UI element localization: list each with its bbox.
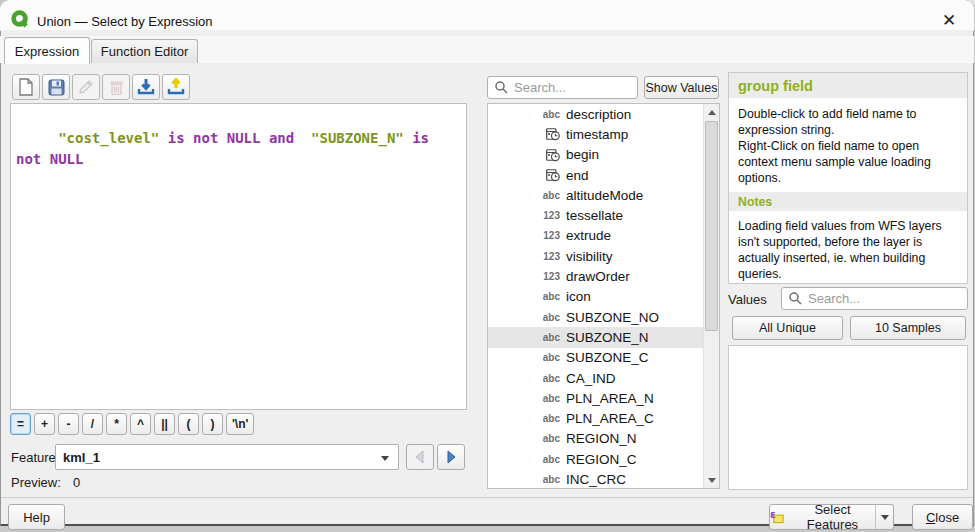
- expression-editor[interactable]: "cost_level" is not NULL and "SUBZONE_N"…: [10, 103, 467, 410]
- select-features-button[interactable]: ε Select Features: [769, 504, 876, 530]
- operator-button[interactable]: *: [106, 413, 127, 435]
- field-item-SUBZONE_C[interactable]: abcSUBZONE_C: [488, 348, 719, 368]
- next-feature-button[interactable]: [437, 444, 465, 470]
- feature-label: Feature: [11, 450, 56, 465]
- operator-button[interactable]: ||: [154, 413, 175, 435]
- search-icon: [788, 291, 803, 306]
- expression-token: "SUBZONE_N": [311, 130, 404, 146]
- field-label: end: [566, 168, 589, 183]
- field-item-SUBZONE_N[interactable]: abcSUBZONE_N: [488, 327, 719, 347]
- feature-combobox[interactable]: kml_1: [55, 444, 399, 470]
- expression-text: "cost_level" is not NULL and "SUBZONE_N"…: [16, 130, 429, 167]
- field-item-begin[interactable]: begin: [488, 145, 719, 165]
- field-item-REGION_N[interactable]: abcREGION_N: [488, 429, 719, 449]
- operator-button[interactable]: /: [82, 413, 103, 435]
- field-help-panel: group field Double-click to add field na…: [728, 72, 968, 284]
- field-label: tessellate: [566, 208, 623, 223]
- chevron-down-icon: [881, 515, 889, 520]
- expression-token: "cost_level": [50, 130, 160, 146]
- datetime-field-icon: [540, 127, 566, 141]
- field-search-input[interactable]: [514, 78, 634, 97]
- field-label: REGION_N: [566, 431, 637, 446]
- field-item-visibility[interactable]: 123visibility: [488, 246, 719, 266]
- fields-scrollbar[interactable]: [703, 104, 719, 488]
- field-item-PLN_AREA_C[interactable]: abcPLN_AREA_C: [488, 408, 719, 428]
- values-list[interactable]: [728, 345, 968, 490]
- select-features-label: Select Features: [790, 502, 875, 532]
- number-field-icon: 123: [540, 210, 566, 221]
- field-label: REGION_C: [566, 452, 637, 467]
- datetime-field-icon: [540, 168, 566, 182]
- field-label: description: [566, 107, 631, 122]
- help-body-line1: Double-click to add field name to expres…: [738, 106, 958, 138]
- field-item-end[interactable]: end: [488, 165, 719, 185]
- datetime-field-icon: [540, 148, 566, 162]
- field-item-extrude[interactable]: 123extrude: [488, 226, 719, 246]
- field-label: timestamp: [566, 127, 628, 142]
- preview-value: 0: [73, 475, 80, 490]
- tab-function-editor[interactable]: Function Editor: [91, 39, 198, 63]
- scrollbar-thumb[interactable]: [705, 121, 718, 331]
- close-button-label: Close: [913, 510, 972, 525]
- show-values-button[interactable]: Show Values: [644, 76, 719, 99]
- field-item-PLN_AREA_N[interactable]: abcPLN_AREA_N: [488, 388, 719, 408]
- operator-button[interactable]: ^: [130, 413, 151, 435]
- field-item-REGION_C[interactable]: abcREGION_C: [488, 449, 719, 469]
- save-floppy-icon: [48, 79, 65, 96]
- import-expressions-button[interactable]: [132, 74, 160, 100]
- field-item-altitudeMode[interactable]: abcaltitudeMode: [488, 185, 719, 205]
- help-body: Double-click to add field name to expres…: [729, 98, 967, 192]
- operator-button[interactable]: ): [202, 413, 223, 435]
- notes-heading: Notes: [729, 192, 967, 211]
- expression-token: [159, 130, 167, 146]
- field-item-CA_IND[interactable]: abcCA_IND: [488, 368, 719, 388]
- field-item-timestamp[interactable]: timestamp: [488, 124, 719, 144]
- values-label: Values: [728, 292, 767, 307]
- trash-icon: [109, 79, 124, 96]
- search-icon: [494, 80, 509, 95]
- all-unique-button[interactable]: All Unique: [732, 316, 843, 340]
- field-item-tessellate[interactable]: 123tessellate: [488, 205, 719, 225]
- field-label: INC_CRC: [566, 472, 626, 487]
- export-expressions-button[interactable]: [162, 74, 190, 100]
- scroll-down-icon[interactable]: [704, 472, 719, 488]
- notes-body: Loading field values from WFS layers isn…: [729, 211, 967, 284]
- operator-button[interactable]: -: [58, 413, 79, 435]
- field-label: SUBZONE_NO: [566, 310, 659, 325]
- operator-buttons: =+-/*^||()'\n': [10, 413, 254, 436]
- feature-combobox-value: kml_1: [63, 450, 100, 465]
- field-item-icon[interactable]: abcicon: [488, 287, 719, 307]
- text-field-icon: abc: [540, 373, 566, 384]
- field-item-SUBZONE_NO[interactable]: abcSUBZONE_NO: [488, 307, 719, 327]
- arrow-right-icon: [443, 449, 459, 465]
- field-item-drawOrder[interactable]: 123drawOrder: [488, 266, 719, 286]
- scroll-up-icon[interactable]: [704, 104, 719, 120]
- new-expression-button[interactable]: [12, 74, 40, 100]
- ten-samples-button[interactable]: 10 Samples: [850, 316, 966, 340]
- chevron-down-icon: [381, 456, 389, 461]
- close-button[interactable]: Close: [912, 504, 973, 530]
- operator-button[interactable]: (: [178, 413, 199, 435]
- title-bar: Union — Select by Expression ✕: [0, 0, 974, 31]
- window-close-button[interactable]: ✕: [938, 9, 960, 31]
- operator-button[interactable]: '\n': [226, 413, 254, 435]
- select-features-dropdown-button[interactable]: [875, 504, 894, 530]
- qgis-logo-icon: [11, 10, 30, 29]
- field-label: extrude: [566, 228, 611, 243]
- blank-file-icon: [18, 78, 34, 96]
- save-expression-button[interactable]: [42, 74, 70, 100]
- values-search-input[interactable]: [808, 289, 963, 308]
- help-button[interactable]: Help: [8, 504, 65, 530]
- tab-expression[interactable]: Expression: [4, 37, 90, 64]
- expression-token: [294, 130, 311, 146]
- field-item-description[interactable]: abcdescription: [488, 104, 719, 124]
- operator-button[interactable]: =: [10, 413, 31, 435]
- help-body-line2: Right-Click on field name to open contex…: [738, 138, 958, 186]
- text-field-icon: abc: [540, 332, 566, 343]
- field-item-INC_CRC[interactable]: abcINC_CRC: [488, 469, 719, 489]
- expression-token: [404, 130, 412, 146]
- text-field-icon: abc: [540, 352, 566, 363]
- operator-button[interactable]: +: [34, 413, 55, 435]
- number-field-icon: 123: [540, 230, 566, 241]
- pencil-icon: [78, 79, 94, 95]
